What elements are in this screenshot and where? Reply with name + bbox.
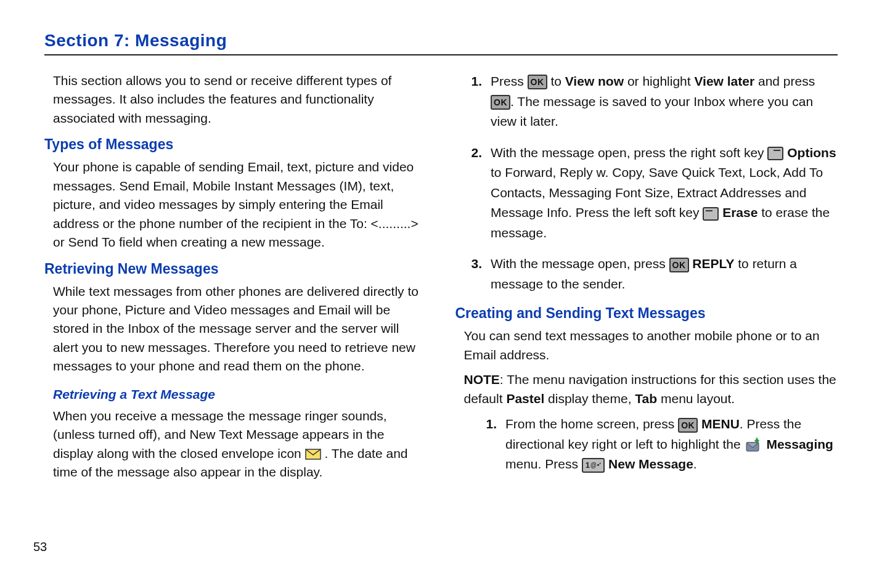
- section-title: Section 7: Messaging: [44, 31, 838, 51]
- new-message-label: New Message: [608, 457, 693, 471]
- right-soft-key-icon: [767, 147, 783, 160]
- list-item: 1. Press OK to View now or highlight Vie…: [472, 71, 838, 132]
- view-now-label: View now: [565, 74, 624, 88]
- list-item: 3. With the message open, press OK REPLY…: [472, 254, 838, 294]
- text: or highlight: [627, 74, 695, 88]
- ok-key-icon: OK: [491, 95, 510, 110]
- note-paragraph: NOTE: The menu navigation instructions f…: [455, 370, 838, 408]
- key-1-icon: 1@•ʼ: [582, 458, 605, 473]
- ok-key-icon: OK: [669, 258, 689, 272]
- svg-rect-3: [756, 438, 757, 444]
- left-soft-key-icon: [703, 207, 719, 221]
- creating-body: You can send text messages to another mo…: [455, 327, 838, 364]
- types-body: Your phone is capable of sending Email, …: [44, 158, 427, 251]
- step-number: 1.: [472, 71, 483, 92]
- view-later-label: View later: [694, 74, 754, 88]
- right-column: 1. Press OK to View now or highlight Vie…: [455, 71, 838, 488]
- retrieving-text-body: When you receive a message the message r…: [44, 407, 427, 482]
- text: Press: [491, 74, 528, 88]
- step-body: With the message open, press OK REPLY to…: [491, 254, 838, 294]
- pastel-label: Pastel: [506, 391, 544, 406]
- list-item: 1. From the home screen, press OK MENU. …: [486, 414, 838, 475]
- text: menu. Press: [505, 457, 582, 471]
- step-body: Press OK to View now or highlight View l…: [491, 71, 838, 132]
- step-body: With the message open, press the right s…: [491, 143, 838, 243]
- options-label: Options: [787, 145, 836, 160]
- text: menu layout.: [657, 391, 735, 406]
- text: With the message open, press the right s…: [491, 145, 767, 160]
- retrieve-steps-list: 1. Press OK to View now or highlight Vie…: [455, 71, 838, 294]
- creating-steps-list: 1. From the home screen, press OK MENU. …: [455, 414, 838, 475]
- text: With the message open, press: [491, 256, 669, 271]
- ok-key-icon: OK: [528, 75, 547, 89]
- types-heading: Types of Messages: [44, 136, 427, 153]
- messaging-label: Messaging: [766, 437, 833, 451]
- envelope-icon: [305, 449, 321, 460]
- left-column: This section allows you to send or recei…: [44, 71, 427, 488]
- text: display theme,: [544, 391, 635, 406]
- text: From the home screen, press: [505, 417, 678, 431]
- page-number: 53: [33, 540, 47, 554]
- step-number: 2.: [472, 143, 483, 163]
- two-column-layout: This section allows you to send or recei…: [44, 71, 838, 488]
- erase-label: Erase: [722, 205, 757, 219]
- step-number: 1.: [486, 414, 497, 435]
- menu-label: MENU: [701, 417, 740, 431]
- section-divider: [44, 54, 838, 55]
- list-item: 2. With the message open, press the righ…: [472, 143, 838, 243]
- text: .: [693, 457, 697, 471]
- note-label: NOTE: [464, 372, 500, 386]
- ok-key-icon: OK: [678, 418, 698, 433]
- text: and press: [758, 74, 815, 88]
- retrieving-text-heading: Retrieving a Text Message: [44, 387, 427, 402]
- text: to: [550, 74, 565, 88]
- tab-label: Tab: [635, 391, 657, 406]
- messaging-menu-icon: [745, 436, 763, 454]
- retrieving-body: While text messages from other phones ar…: [44, 282, 427, 376]
- intro-paragraph: This section allows you to send or recei…: [44, 71, 427, 128]
- reply-label: REPLY: [692, 256, 734, 271]
- step-body: From the home screen, press OK MENU. Pre…: [505, 414, 838, 475]
- manual-page: Section 7: Messaging This section allows…: [0, 0, 882, 588]
- creating-heading: Creating and Sending Text Messages: [455, 305, 838, 322]
- retrieving-heading: Retrieving New Messages: [44, 261, 427, 277]
- text: . The message is saved to your Inbox whe…: [491, 94, 813, 129]
- step-number: 3.: [472, 254, 483, 274]
